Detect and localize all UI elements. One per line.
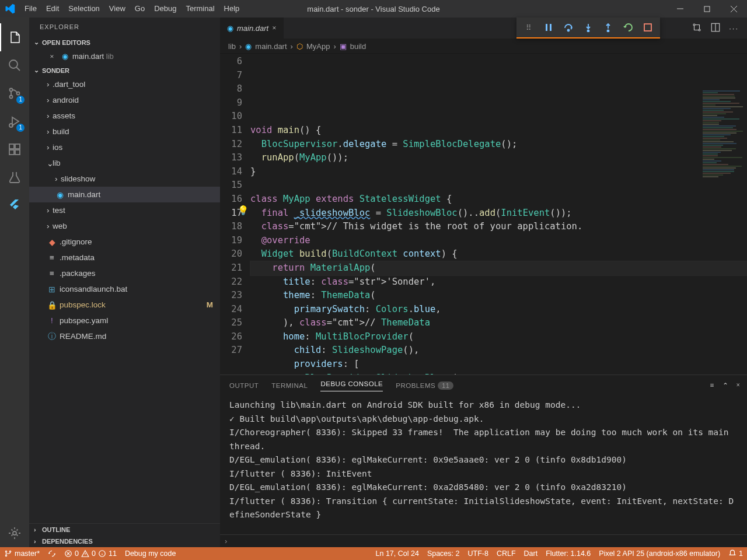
extensions-icon[interactable]: [0, 135, 29, 163]
tree-item--gitignore[interactable]: ◆.gitignore: [29, 234, 220, 250]
pause-icon[interactable]: [540, 19, 557, 36]
svg-point-25: [608, 30, 609, 32]
code-editor[interactable]: 6789101112131415161718192021222324252627…: [220, 54, 747, 374]
breadcrumb-method[interactable]: build: [350, 42, 366, 51]
debug-console-output[interactable]: Launching lib\main.dart on Android SDK b…: [220, 396, 747, 534]
settings-gear-icon[interactable]: [0, 519, 29, 547]
menu-edit[interactable]: Edit: [41, 0, 64, 18]
tree-item--dart_tool[interactable]: ›.dart_tool: [29, 76, 220, 92]
indentation[interactable]: Spaces: 2: [423, 550, 464, 558]
svg-rect-26: [644, 24, 651, 31]
menu-go[interactable]: Go: [130, 0, 149, 18]
open-editor-item[interactable]: × ◉ main.dart lib: [29, 48, 220, 64]
svg-rect-13: [15, 144, 20, 149]
svg-line-5: [16, 67, 20, 71]
breadcrumb-folder[interactable]: lib: [228, 42, 236, 51]
flutter-icon[interactable]: [0, 191, 29, 219]
svg-point-16: [699, 29, 700, 31]
git-branch[interactable]: master*: [0, 547, 44, 560]
word-wrap-icon[interactable]: ≡: [710, 382, 714, 390]
svg-point-23: [588, 30, 589, 32]
test-icon[interactable]: [0, 163, 29, 191]
class-icon: ⬡: [296, 42, 303, 51]
menu-help[interactable]: Help: [219, 0, 245, 18]
open-editors-header[interactable]: ⌄OPEN EDITORS: [29, 36, 220, 48]
activity-bar: 1 1: [0, 18, 29, 547]
tree-item--packages[interactable]: ≡.packages: [29, 265, 220, 281]
lightbulb-icon[interactable]: 💡: [238, 204, 249, 218]
more-actions-icon[interactable]: ···: [729, 24, 739, 33]
tab-main-dart[interactable]: ◉ main.dart ×: [220, 18, 284, 38]
breadcrumb-file[interactable]: main.dart: [255, 42, 287, 51]
debug-toolbar[interactable]: ⠿: [516, 18, 660, 38]
tree-item-main-dart[interactable]: ◉main.dart: [29, 187, 220, 202]
tree-item-lib[interactable]: ⌄lib: [29, 155, 220, 171]
explorer-icon[interactable]: [0, 23, 29, 51]
panel-tabs: OUTPUT TERMINAL DEBUG CONSOLE PROBLEMS11…: [220, 375, 747, 396]
stop-icon[interactable]: [639, 19, 657, 36]
notifications-icon[interactable]: 1: [724, 550, 747, 558]
minimap[interactable]: [700, 90, 747, 195]
close-editor-icon[interactable]: ×: [47, 52, 57, 61]
tree-item-iconsandlaunch-bat[interactable]: ⊞iconsandlaunch.bat: [29, 281, 220, 297]
method-icon: ▣: [340, 42, 347, 51]
compare-changes-icon[interactable]: [692, 22, 702, 34]
tree-item-pubspec-lock[interactable]: 🔒pubspec.lockM: [29, 297, 220, 313]
debug-target[interactable]: Debug my code: [121, 547, 180, 560]
tree-item-test[interactable]: ›test: [29, 202, 220, 218]
tree-item--metadata[interactable]: ≡.metadata: [29, 250, 220, 265]
tree-item-README-md[interactable]: ⓘREADME.md: [29, 328, 220, 344]
debug-console-input[interactable]: ›: [220, 534, 747, 547]
step-out-icon[interactable]: [599, 19, 617, 36]
svg-point-14: [13, 531, 16, 535]
svg-rect-12: [15, 150, 20, 155]
device-selector[interactable]: Pixel 2 API 25 (android-x86 emulator): [595, 550, 724, 558]
maximize-button[interactable]: [693, 0, 720, 18]
breadcrumb[interactable]: lib› ◉main.dart› ⬡MyApp› ▣build: [220, 38, 747, 54]
tab-terminal[interactable]: TERMINAL: [271, 382, 308, 389]
errors-warnings[interactable]: 0 0 11: [60, 547, 121, 560]
tree-item-slideshow[interactable]: ›slideshow: [29, 171, 220, 187]
split-editor-icon[interactable]: [710, 22, 721, 34]
search-icon[interactable]: [0, 51, 29, 79]
menu-file[interactable]: File: [20, 0, 41, 18]
language-mode[interactable]: Dart: [520, 550, 542, 558]
menu-terminal[interactable]: Terminal: [181, 0, 219, 18]
flutter-version[interactable]: Flutter: 1.14.6: [542, 550, 595, 558]
cursor-position[interactable]: Ln 17, Col 24: [372, 550, 423, 558]
outline-header[interactable]: ›OUTLINE: [29, 524, 220, 536]
restart-icon[interactable]: [619, 19, 637, 36]
tree-item-android[interactable]: ›android: [29, 92, 220, 108]
breadcrumb-class[interactable]: MyApp: [306, 42, 330, 51]
step-into-icon[interactable]: [580, 19, 597, 36]
drag-handle-icon[interactable]: ⠿: [520, 19, 537, 36]
minimize-button[interactable]: [666, 0, 693, 18]
tab-label: main.dart: [237, 24, 268, 33]
tab-close-icon[interactable]: ×: [272, 23, 276, 33]
sync-icon[interactable]: [44, 547, 60, 560]
svg-point-29: [9, 551, 11, 552]
dependencies-header[interactable]: ›DEPENDENCIES: [29, 536, 220, 547]
menu-selection[interactable]: Selection: [64, 0, 104, 18]
tab-output[interactable]: OUTPUT: [229, 382, 259, 389]
maximize-panel-icon[interactable]: ⌃: [722, 382, 728, 390]
debug-icon[interactable]: 1: [0, 107, 29, 135]
scm-badge: 1: [16, 96, 25, 104]
tree-item-build[interactable]: ›build: [29, 124, 220, 139]
tree-item-ios[interactable]: ›ios: [29, 139, 220, 155]
source-control-icon[interactable]: 1: [0, 79, 29, 107]
menu-view[interactable]: View: [104, 0, 130, 18]
svg-point-7: [10, 96, 13, 99]
step-over-icon[interactable]: [560, 19, 577, 36]
close-button[interactable]: [720, 0, 747, 18]
tree-item-assets[interactable]: ›assets: [29, 108, 220, 124]
menu-debug[interactable]: Debug: [149, 0, 181, 18]
eol[interactable]: CRLF: [493, 550, 520, 558]
workspace-header[interactable]: ⌄SONDER: [29, 64, 220, 76]
tree-item-pubspec-yaml[interactable]: !pubspec.yaml: [29, 313, 220, 328]
encoding[interactable]: UTF-8: [463, 550, 492, 558]
tree-item-web[interactable]: ›web: [29, 218, 220, 234]
close-panel-icon[interactable]: ×: [736, 382, 741, 390]
tab-debug-console[interactable]: DEBUG CONSOLE: [320, 380, 383, 391]
tab-problems[interactable]: PROBLEMS11: [396, 382, 453, 389]
